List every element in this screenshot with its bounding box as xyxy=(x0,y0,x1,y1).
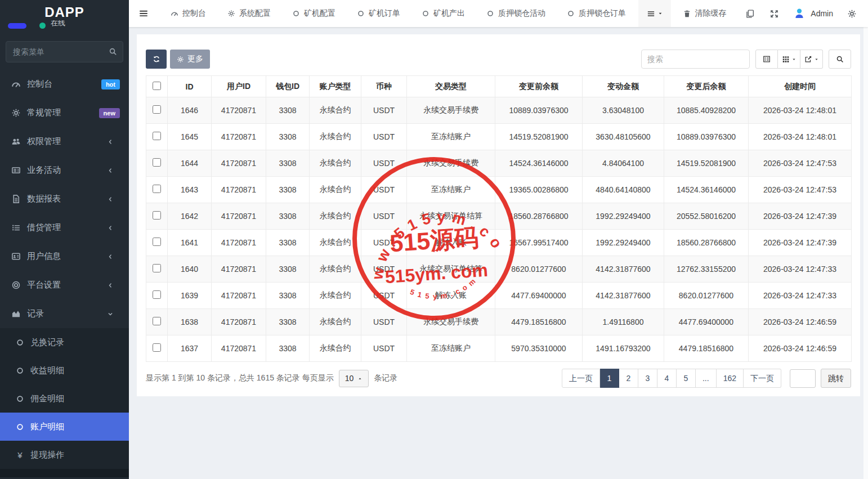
yen-icon: ¥ xyxy=(16,450,24,460)
sidebar-item-7[interactable]: 用户信息 xyxy=(0,242,129,271)
columns-grid-icon xyxy=(782,55,790,63)
sidebar-item-1[interactable]: 控制台hot xyxy=(0,70,129,99)
sidebar-item-2[interactable]: 常规管理new xyxy=(0,99,129,127)
page-button-4[interactable]: 4 xyxy=(657,369,677,388)
table-cell: 永续合约 xyxy=(310,283,361,309)
row-checkbox[interactable] xyxy=(153,185,161,193)
prev-page-button[interactable]: 上一页 xyxy=(562,369,600,388)
sidebar-item-9[interactable]: 记录 xyxy=(0,299,129,328)
page-button-2[interactable]: 2 xyxy=(619,369,638,388)
sidebar-subitem-4[interactable]: 账户明细 xyxy=(0,413,129,441)
nav-more-dropdown[interactable] xyxy=(638,0,671,27)
status-pill xyxy=(8,23,26,29)
table-row: 1644417208713308永续合约USDT永续交易手续费14524.361… xyxy=(146,150,852,177)
detail-view-button[interactable] xyxy=(755,50,778,69)
sidebar-subitem-5[interactable]: ¥提现操作 xyxy=(0,441,129,469)
page-button-3[interactable]: 3 xyxy=(638,369,657,388)
more-button[interactable]: 更多 xyxy=(170,50,210,69)
sidebar-item-5[interactable]: 数据报表 xyxy=(0,185,129,213)
sidebar-search-input[interactable] xyxy=(6,41,123,62)
table-cell: USDT xyxy=(361,177,407,203)
page-button-162[interactable]: 162 xyxy=(717,369,744,388)
row-checkbox[interactable] xyxy=(153,211,161,220)
nav-tab-label: 质押锁仓订单 xyxy=(579,8,626,19)
table-cell: 41720871 xyxy=(212,309,266,335)
page-size-value: 10 xyxy=(345,374,354,383)
row-checkbox[interactable] xyxy=(153,132,161,140)
export-button[interactable] xyxy=(800,50,823,69)
sidebar-item-6[interactable]: 借贷管理 xyxy=(0,213,129,242)
chevron-left-icon xyxy=(107,167,114,174)
copy-page-icon[interactable] xyxy=(745,9,755,19)
user-menu[interactable]: Admin xyxy=(793,7,833,20)
row-checkbox[interactable] xyxy=(153,343,161,352)
row-select-cell xyxy=(146,97,168,124)
columns-button[interactable] xyxy=(778,50,800,69)
nav-tab-7[interactable]: 质押锁仓订单 xyxy=(567,8,626,19)
select-all-checkbox[interactable] xyxy=(153,82,161,90)
next-page-button[interactable]: 下一页 xyxy=(744,369,781,388)
row-checkbox[interactable] xyxy=(153,238,161,246)
nav-tab-2[interactable]: 系统配置 xyxy=(227,8,271,19)
table-cell: 1644 xyxy=(168,150,212,177)
nav-tab-1[interactable]: 控制台 xyxy=(171,8,206,19)
table-cell: 永续合约 xyxy=(310,124,361,150)
gear-icon xyxy=(227,10,235,17)
fullscreen-icon[interactable] xyxy=(769,9,779,19)
scrollbar-track[interactable] xyxy=(863,27,868,479)
sidebar-toggle-button[interactable] xyxy=(129,0,158,27)
gears-icon xyxy=(11,108,21,118)
page-button-1[interactable]: 1 xyxy=(600,369,619,388)
row-checkbox[interactable] xyxy=(153,290,161,299)
table-cell: 永续交易手续费 xyxy=(407,150,495,177)
table-cell: 3630.48105600 xyxy=(583,124,664,150)
table-row: 1643417208713308永续合约USDT至冻结账户19365.00286… xyxy=(146,177,852,203)
table-cell: 1.49116800 xyxy=(583,309,664,335)
table-footer: 显示第 1 到第 10 条记录，总共 1615 条记录 每页显示 10 条记录 … xyxy=(146,369,851,388)
search-button[interactable] xyxy=(829,50,851,69)
row-checkbox[interactable] xyxy=(153,317,161,325)
page-size-dropdown[interactable]: 10 xyxy=(339,370,369,387)
sidebar-subitem-label: 兑换记录 xyxy=(30,337,64,348)
table-cell: 4142.31877600 xyxy=(583,256,664,283)
nav-tab-5[interactable]: 矿机产出 xyxy=(422,8,465,19)
caret-down-icon xyxy=(814,57,819,62)
file-icon xyxy=(11,194,21,204)
table-cell: 41720871 xyxy=(212,230,266,256)
jump-page-input[interactable] xyxy=(790,369,816,388)
table-cell: 永续合约 xyxy=(310,97,361,124)
col-header-1: ID xyxy=(168,76,212,97)
row-select-cell xyxy=(146,203,168,230)
col-header-9: 变更后余额 xyxy=(664,76,749,97)
row-checkbox[interactable] xyxy=(153,105,161,114)
nav-tab-3[interactable]: 矿机配置 xyxy=(292,8,335,19)
settings-gear-icon[interactable] xyxy=(847,9,857,19)
jump-button[interactable]: 跳转 xyxy=(821,369,851,388)
sidebar-subitem-1[interactable]: 兑换记录 xyxy=(0,328,129,356)
table-cell: 12762.33155200 xyxy=(664,256,749,283)
table-card: 更多 xyxy=(137,34,860,396)
table-cell: 至冻结账户 xyxy=(407,124,495,150)
table-cell: 2026-03-24 12:47:33 xyxy=(749,256,852,283)
table-cell: USDT xyxy=(361,203,407,230)
row-select-cell xyxy=(146,283,168,309)
sidebar-item-4[interactable]: 业务活动 xyxy=(0,156,129,185)
hamburger-icon xyxy=(138,8,149,19)
page-button-5[interactable]: 5 xyxy=(677,369,696,388)
gear-icon xyxy=(177,56,184,63)
table-cell: 8620.01277600 xyxy=(664,283,749,309)
nav-tab-6[interactable]: 质押锁仓活动 xyxy=(486,8,545,19)
table-search-input[interactable] xyxy=(641,50,750,69)
sidebar-item-3[interactable]: 权限管理 xyxy=(0,127,129,156)
row-checkbox[interactable] xyxy=(153,264,161,272)
refresh-button[interactable] xyxy=(146,50,167,69)
chevron-left-icon xyxy=(107,138,114,145)
nav-tab-4[interactable]: 矿机订单 xyxy=(357,8,400,19)
page-button-...[interactable]: ... xyxy=(696,369,717,388)
sidebar-subitem-2[interactable]: 收益明细 xyxy=(0,356,129,384)
sidebar-subitem-3[interactable]: 佣金明细 xyxy=(0,384,129,413)
clear-cache-button[interactable]: 清除缓存 xyxy=(683,8,726,19)
table-cell: 41720871 xyxy=(212,124,266,150)
sidebar-item-8[interactable]: 平台设置 xyxy=(0,271,129,299)
row-checkbox[interactable] xyxy=(153,158,161,167)
